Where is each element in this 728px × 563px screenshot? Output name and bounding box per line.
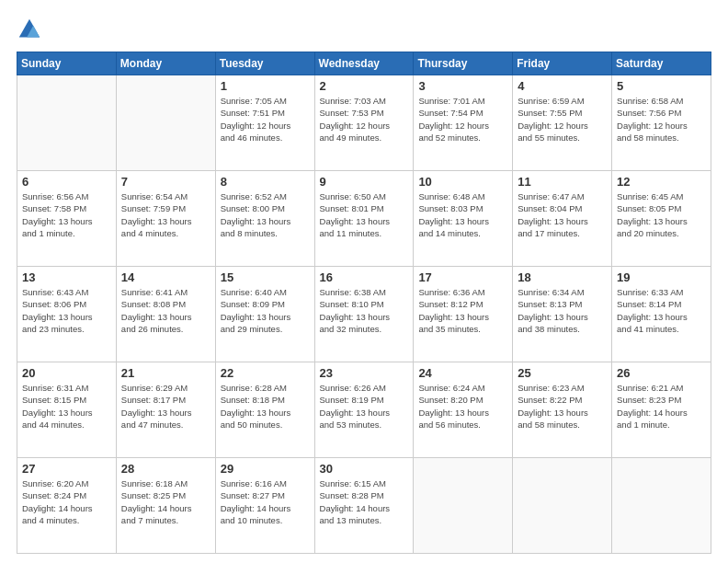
calendar-table: SundayMondayTuesdayWednesdayThursdayFrid…	[17, 52, 711, 554]
day-number: 18	[518, 270, 607, 284]
day-number: 30	[320, 462, 409, 476]
day-number: 10	[418, 175, 507, 189]
week-row-1: 6Sunrise: 6:56 AM Sunset: 7:58 PM Daylig…	[17, 171, 711, 267]
calendar-cell: 19Sunrise: 6:33 AM Sunset: 8:14 PM Dayli…	[612, 267, 711, 362]
page: SundayMondayTuesdayWednesdayThursdayFrid…	[0, 0, 728, 563]
calendar-cell: 12Sunrise: 6:45 AM Sunset: 8:05 PM Dayli…	[612, 171, 711, 267]
day-info: Sunrise: 6:26 AM Sunset: 8:19 PM Dayligh…	[320, 382, 409, 431]
day-number: 8	[221, 175, 310, 189]
day-number: 9	[320, 175, 409, 189]
weekday-header-wednesday: Wednesday	[314, 52, 414, 75]
day-info: Sunrise: 6:23 AM Sunset: 8:22 PM Dayligh…	[518, 382, 607, 431]
weekday-header-saturday: Saturday	[612, 52, 711, 75]
weekday-header-thursday: Thursday	[414, 52, 513, 75]
day-number: 5	[617, 79, 706, 93]
calendar-cell: 23Sunrise: 6:26 AM Sunset: 8:19 PM Dayli…	[314, 362, 414, 458]
weekday-header-friday: Friday	[513, 52, 612, 75]
day-info: Sunrise: 6:28 AM Sunset: 8:18 PM Dayligh…	[221, 382, 310, 431]
day-info: Sunrise: 7:03 AM Sunset: 7:53 PM Dayligh…	[320, 95, 409, 144]
day-info: Sunrise: 6:29 AM Sunset: 8:17 PM Dayligh…	[121, 382, 210, 431]
calendar-cell	[414, 458, 513, 554]
calendar-cell: 18Sunrise: 6:34 AM Sunset: 8:13 PM Dayli…	[513, 267, 612, 362]
day-info: Sunrise: 6:58 AM Sunset: 7:56 PM Dayligh…	[617, 95, 706, 144]
calendar-cell: 17Sunrise: 6:36 AM Sunset: 8:12 PM Dayli…	[414, 267, 513, 362]
calendar-cell: 10Sunrise: 6:48 AM Sunset: 8:03 PM Dayli…	[414, 171, 513, 267]
day-number: 27	[22, 462, 111, 476]
calendar-cell	[612, 458, 711, 554]
calendar-cell: 2Sunrise: 7:03 AM Sunset: 7:53 PM Daylig…	[314, 75, 414, 171]
day-info: Sunrise: 6:15 AM Sunset: 8:28 PM Dayligh…	[320, 477, 409, 526]
calendar-cell: 22Sunrise: 6:28 AM Sunset: 8:18 PM Dayli…	[215, 362, 314, 458]
day-info: Sunrise: 6:36 AM Sunset: 8:12 PM Dayligh…	[418, 286, 507, 335]
calendar-cell: 16Sunrise: 6:38 AM Sunset: 8:10 PM Dayli…	[314, 267, 414, 362]
day-number: 26	[617, 366, 706, 380]
calendar-cell: 29Sunrise: 6:16 AM Sunset: 8:27 PM Dayli…	[215, 458, 314, 554]
calendar-cell: 4Sunrise: 6:59 AM Sunset: 7:55 PM Daylig…	[513, 75, 612, 171]
calendar-cell: 20Sunrise: 6:31 AM Sunset: 8:15 PM Dayli…	[17, 362, 117, 458]
calendar-cell: 1Sunrise: 7:05 AM Sunset: 7:51 PM Daylig…	[215, 75, 314, 171]
day-number: 21	[121, 366, 210, 380]
logo	[17, 17, 46, 42]
day-info: Sunrise: 6:24 AM Sunset: 8:20 PM Dayligh…	[418, 382, 507, 431]
calendar-cell: 26Sunrise: 6:21 AM Sunset: 8:23 PM Dayli…	[612, 362, 711, 458]
calendar-cell: 5Sunrise: 6:58 AM Sunset: 7:56 PM Daylig…	[612, 75, 711, 171]
day-info: Sunrise: 6:48 AM Sunset: 8:03 PM Dayligh…	[418, 190, 507, 239]
day-number: 29	[221, 462, 310, 476]
weekday-header-tuesday: Tuesday	[215, 52, 314, 75]
calendar-cell: 8Sunrise: 6:52 AM Sunset: 8:00 PM Daylig…	[215, 171, 314, 267]
day-number: 19	[617, 270, 706, 284]
calendar-cell: 21Sunrise: 6:29 AM Sunset: 8:17 PM Dayli…	[116, 362, 215, 458]
weekday-header-row: SundayMondayTuesdayWednesdayThursdayFrid…	[17, 52, 711, 75]
day-number: 12	[617, 175, 706, 189]
day-info: Sunrise: 6:50 AM Sunset: 8:01 PM Dayligh…	[320, 190, 409, 239]
day-info: Sunrise: 6:41 AM Sunset: 8:08 PM Dayligh…	[121, 286, 210, 335]
day-number: 1	[221, 79, 310, 93]
day-number: 14	[121, 270, 210, 284]
calendar-cell	[17, 75, 117, 171]
day-number: 4	[518, 79, 607, 93]
calendar-cell: 30Sunrise: 6:15 AM Sunset: 8:28 PM Dayli…	[314, 458, 414, 554]
day-info: Sunrise: 6:21 AM Sunset: 8:23 PM Dayligh…	[617, 382, 706, 431]
day-info: Sunrise: 6:45 AM Sunset: 8:05 PM Dayligh…	[617, 190, 706, 239]
day-number: 13	[22, 270, 111, 284]
day-info: Sunrise: 7:05 AM Sunset: 7:51 PM Dayligh…	[221, 95, 310, 144]
day-number: 3	[418, 79, 507, 93]
calendar-cell: 27Sunrise: 6:20 AM Sunset: 8:24 PM Dayli…	[17, 458, 117, 554]
day-number: 22	[221, 366, 310, 380]
day-info: Sunrise: 6:18 AM Sunset: 8:25 PM Dayligh…	[121, 477, 210, 526]
calendar-cell: 3Sunrise: 7:01 AM Sunset: 7:54 PM Daylig…	[414, 75, 513, 171]
day-info: Sunrise: 6:43 AM Sunset: 8:06 PM Dayligh…	[22, 286, 111, 335]
day-number: 15	[221, 270, 310, 284]
day-info: Sunrise: 6:47 AM Sunset: 8:04 PM Dayligh…	[518, 190, 607, 239]
calendar-cell: 25Sunrise: 6:23 AM Sunset: 8:22 PM Dayli…	[513, 362, 612, 458]
calendar-cell: 11Sunrise: 6:47 AM Sunset: 8:04 PM Dayli…	[513, 171, 612, 267]
day-number: 25	[518, 366, 607, 380]
day-info: Sunrise: 6:31 AM Sunset: 8:15 PM Dayligh…	[22, 382, 111, 431]
day-number: 23	[320, 366, 409, 380]
day-number: 11	[518, 175, 607, 189]
day-info: Sunrise: 6:16 AM Sunset: 8:27 PM Dayligh…	[221, 477, 310, 526]
logo-icon	[17, 17, 42, 42]
week-row-3: 20Sunrise: 6:31 AM Sunset: 8:15 PM Dayli…	[17, 362, 711, 458]
day-info: Sunrise: 6:59 AM Sunset: 7:55 PM Dayligh…	[518, 95, 607, 144]
day-number: 16	[320, 270, 409, 284]
calendar-cell: 13Sunrise: 6:43 AM Sunset: 8:06 PM Dayli…	[17, 267, 117, 362]
calendar-cell	[513, 458, 612, 554]
calendar-cell: 9Sunrise: 6:50 AM Sunset: 8:01 PM Daylig…	[314, 171, 414, 267]
day-info: Sunrise: 6:33 AM Sunset: 8:14 PM Dayligh…	[617, 286, 706, 335]
day-info: Sunrise: 6:56 AM Sunset: 7:58 PM Dayligh…	[22, 190, 111, 239]
day-info: Sunrise: 6:38 AM Sunset: 8:10 PM Dayligh…	[320, 286, 409, 335]
day-info: Sunrise: 6:20 AM Sunset: 8:24 PM Dayligh…	[22, 477, 111, 526]
day-info: Sunrise: 6:54 AM Sunset: 7:59 PM Dayligh…	[121, 190, 210, 239]
calendar-cell: 15Sunrise: 6:40 AM Sunset: 8:09 PM Dayli…	[215, 267, 314, 362]
week-row-2: 13Sunrise: 6:43 AM Sunset: 8:06 PM Dayli…	[17, 267, 711, 362]
day-number: 17	[418, 270, 507, 284]
day-info: Sunrise: 6:34 AM Sunset: 8:13 PM Dayligh…	[518, 286, 607, 335]
calendar-cell: 28Sunrise: 6:18 AM Sunset: 8:25 PM Dayli…	[116, 458, 215, 554]
week-row-0: 1Sunrise: 7:05 AM Sunset: 7:51 PM Daylig…	[17, 75, 711, 171]
week-row-4: 27Sunrise: 6:20 AM Sunset: 8:24 PM Dayli…	[17, 458, 711, 554]
header	[17, 17, 711, 42]
day-number: 7	[121, 175, 210, 189]
day-info: Sunrise: 6:52 AM Sunset: 8:00 PM Dayligh…	[221, 190, 310, 239]
day-number: 6	[22, 175, 111, 189]
